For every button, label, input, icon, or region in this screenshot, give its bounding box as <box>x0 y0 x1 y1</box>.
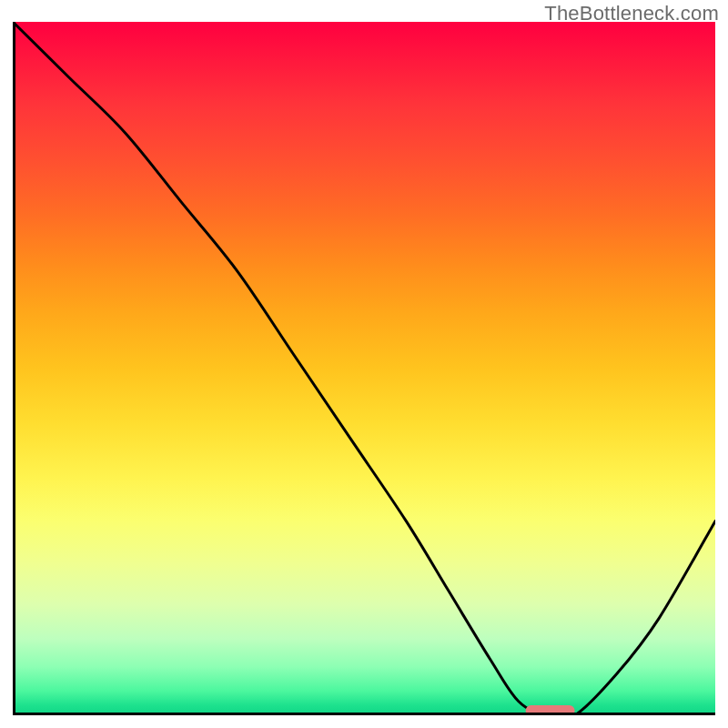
y-axis-line <box>13 22 15 715</box>
chart-stage: TheBottleneck.com <box>0 0 728 728</box>
plot-area <box>13 22 715 715</box>
x-axis-line <box>13 713 715 715</box>
watermark-text: TheBottleneck.com <box>544 2 719 25</box>
bottleneck-curve-path <box>13 22 715 715</box>
curve-layer <box>13 22 715 715</box>
